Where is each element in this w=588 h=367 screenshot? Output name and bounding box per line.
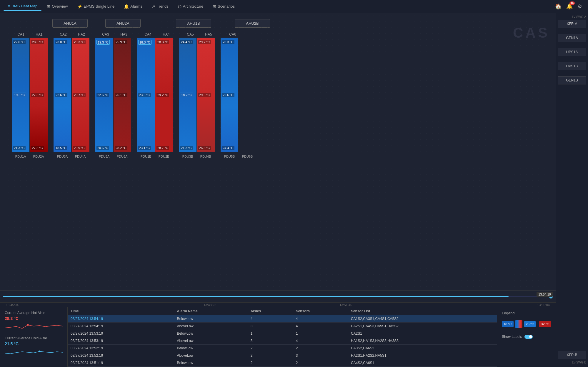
sidebar-xfr-b[interactable]: XFR-B [558,351,586,359]
alarm-name: AboveLow [174,337,248,345]
temp-ha1-bot: 27.8 °C [31,146,44,150]
ahu2b[interactable]: AHU2B [235,19,270,28]
alarm-aisles: 4 [248,315,293,323]
alarm-sensor-list: HA2S1,HA4S3,HA5S1,HA5S2 [348,323,497,330]
pdu-label-pdu5b: PDU5B [221,155,238,158]
bar-ca6[interactable]: 23.3 °C 22.6 °C 24.4 °C [221,38,238,152]
alarm-sensor-list: CA1S2,CA3S1,CA4S1,CA5S2 [348,315,497,323]
col-sensor-list: Sensor List [348,307,497,315]
timeline-current-time: 13:54:19 [537,292,553,297]
top-navigation: ≡ BMS Heat Map ⊞ Overview ⚡ EPMS Single … [0,0,588,13]
temp-ca2-top: 23.0 °C [55,40,67,44]
nav-architecture[interactable]: ⬡ Architecture [174,2,207,11]
timeline-progress [3,296,509,297]
alarm-aisles: 1 [248,330,293,337]
ahu2a[interactable]: AHU2A [105,19,141,28]
ahu1a[interactable]: AHU1A [52,19,88,28]
col-label-ca4: CA4 [139,32,157,36]
nav-epms[interactable]: ⚡ EPMS Single Line [73,2,119,11]
alarm-row-2[interactable]: 03/27/2024 13:53:19 BelowLow 1 1 CA2S1 [68,330,497,337]
ts-end: 13:55:04 [414,303,550,307]
sidebar-xfr-a[interactable]: XFR-A [558,20,586,28]
group-ca1-ha1: 22.6 °C 19.3 °C 21.3 °C 28.3 °C 27.3 °C … [12,38,48,152]
col-aisles: Aisles [248,307,293,315]
timeline-bar[interactable]: 13:54:19 [0,291,556,303]
alarm-row-4[interactable]: 03/27/2024 13:52:19 BelowLow 2 2 CA3S2,C… [68,345,497,352]
home-icon[interactable]: 🏠 [555,3,562,10]
show-labels-row: Show Labels [502,335,551,339]
pdu-label-pdu1a: PDU1A [12,155,29,158]
legend-low: 18 °C [502,321,514,327]
temp-ca5-bot: 21.3 °C [180,146,193,150]
alarm-row-3[interactable]: 03/27/2024 13:53:19 AboveLow 3 4 HA1S2,H… [68,337,497,345]
right-sidebar: LV-SWG-A XFR-A GEN1A UPS1A UPS1B GEN1B X… [556,13,588,367]
alarm-row-0[interactable]: 03/27/2024 13:54:19 BelowLow 4 4 CA1S2,C… [68,315,497,323]
temp-ha5-bot: 26.3 °C [198,146,211,150]
temp-ha3-bot: 28.2 °C [115,146,127,150]
temp-ha2-top: 29.3 °C [73,40,86,44]
col-alarm-name: Alarm Name [174,307,248,315]
bar-ca2[interactable]: 23.0 °C 22.6 °C 18.5 °C [54,38,71,152]
nav-bms-heat-map[interactable]: ≡ BMS Heat Map [4,2,41,11]
bar-ha5[interactable]: 29.7 °C 29.5 °C 26.3 °C [197,38,215,152]
pdu-label-pdu2a: PDU2A [29,155,48,158]
bar-ca5[interactable]: 24.4 °C 18.2 °C 21.3 °C [179,38,196,152]
pdu-label-pdu4a: PDU4A [71,155,89,158]
alarm-sensors: 1 [293,330,348,337]
temp-ha4-mid: 29.2 °C [156,93,169,97]
col-label-ha2: HA2 [72,32,91,36]
ts-start: 13:45:04 [6,303,142,307]
temp-ca2-mid: 22.6 °C [55,93,67,97]
pdu-row: PDU1A PDU2A PDU3A PDU4A PDU5A PDU6A PDU1… [9,155,550,158]
bar-ca1[interactable]: 22.6 °C 19.3 °C 21.3 °C [12,38,29,152]
alarm-sensors: 4 [293,315,348,323]
nav-alarms[interactable]: 🔔 Alarms [120,2,146,11]
ahu1b[interactable]: AHU1B [176,19,211,28]
temp-ha5-top: 29.7 °C [198,40,211,44]
svg-point-1 [39,351,40,352]
temp-ca4-top: 18.3 °C [138,40,151,45]
alarm-aisles: 2 [248,345,293,352]
bar-ca4[interactable]: 18.3 °C 23.3 °C 23.1 °C [137,38,155,152]
bms-icon: ≡ [8,4,10,9]
timeline-timestamps: 13:45:04 13:48:22 13:51:46 13:55:04 [0,303,556,307]
show-labels-toggle[interactable] [524,335,533,339]
timeline-track[interactable] [3,296,553,297]
sidebar-gen1a[interactable]: GEN1A [558,34,586,42]
sidebar-gen1b[interactable]: GEN1B [558,76,586,84]
nav-scenarios[interactable]: ⊞ Scenarios [209,2,239,11]
pdu-label-pdu4b: PDU4B [196,155,215,158]
alarm-table-header: Time Alarm Name Aisles Sensors Sensor Li… [68,307,497,315]
bar-ha1[interactable]: 28.3 °C 27.3 °C 27.8 °C [30,38,48,152]
temp-ha2-mid: 29.7 °C [73,93,86,97]
nav-trends[interactable]: ↗ Trends [148,2,173,11]
alarm-sensor-list: CA4S2,CA6S1 [348,359,497,367]
alarm-row-6[interactable]: 03/27/2024 13:51:19 BelowLow 2 2 CA4S2,C… [68,359,497,367]
sidebar-ups1a[interactable]: UPS1A [558,48,586,56]
alarm-row-1[interactable]: 03/27/2024 13:54:19 AboveLow 3 4 HA2S1,H… [68,323,497,330]
temp-ha4-bot: 28.7 °C [156,146,169,150]
ts-1: 13:48:22 [142,303,278,307]
bar-ha4[interactable]: 28.3 °C 29.2 °C 28.7 °C [155,38,173,152]
temp-ca6-bot: 24.4 °C [222,146,234,150]
center-content: CAS AHU1A AHU2A AHU1B AHU2B CA1 HA1 [0,13,556,367]
alarm-table-wrapper[interactable]: Time Alarm Name Aisles Sensors Sensor Li… [68,307,497,367]
metrics-panel: Current Average Hot Aisle 28.3 °C Curren… [0,307,68,367]
nav-overview[interactable]: ⊞ Overview [43,2,72,11]
alarm-time: 03/27/2024 13:53:19 [68,337,174,345]
alarm-aisles: 2 [248,352,293,359]
bar-ha3[interactable]: 25.9 °C 26.1 °C 28.2 °C [114,38,131,152]
pdu-label-pdu6b: PDU6B [238,155,256,158]
pdu-label-pdu3b: PDU3B [179,155,196,158]
alarm-row-5[interactable]: 03/27/2024 13:52:19 AboveLow 2 3 HA2S1,H… [68,352,497,359]
notification-icon[interactable]: 🔔 10 [566,3,573,10]
temp-ha5-mid: 29.5 °C [198,93,211,97]
bar-ha2[interactable]: 29.3 °C 29.7 °C 29.9 °C [72,38,89,152]
bar-ca3[interactable]: 19.3 °C 22.6 °C 20.6 °C [95,38,113,152]
alarm-name: BelowLow [174,345,248,352]
sidebar-ups1b[interactable]: UPS1B [558,62,586,70]
alarm-time: 03/27/2024 13:53:19 [68,330,174,337]
settings-icon[interactable]: ⚙ [577,3,582,10]
group-ca5-ha5: 24.4 °C 18.2 °C 21.3 °C 29.7 °C 29.5 °C … [179,38,215,152]
gradient-bar [515,320,522,328]
